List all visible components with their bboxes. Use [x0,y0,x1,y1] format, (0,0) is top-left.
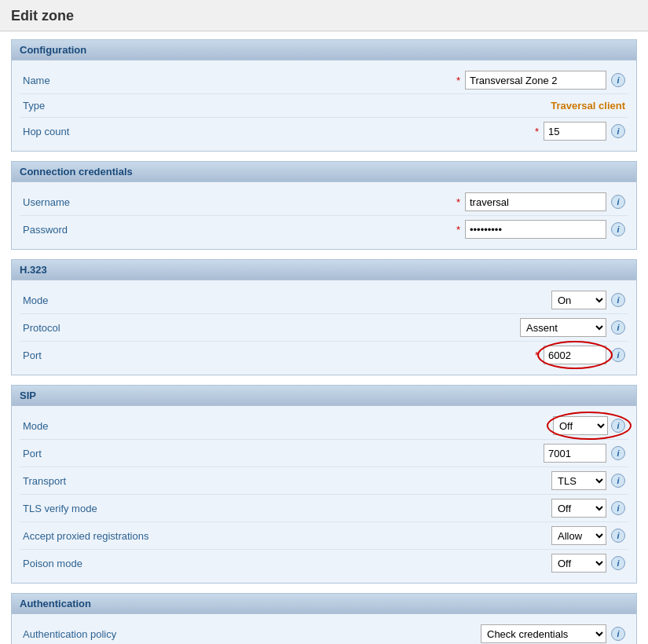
tls-verify-row: TLS verify mode Off On i [20,494,628,521]
name-label: Name [23,75,180,86]
poison-mode-row: Poison mode Off On i [20,549,628,576]
h323-port-row: Port * i [20,341,628,368]
h323-section: H.323 Mode On Off i Protocol Assent H460 [11,259,637,375]
sip-mode-row: Mode Off On i [20,412,628,439]
sip-port-input[interactable] [544,444,606,463]
h323-port-info-icon[interactable]: i [611,348,625,362]
hop-count-label: Hop count [23,126,180,137]
password-required: * [456,224,460,236]
type-row: Type Traversal client [20,93,628,117]
sip-header: SIP [12,386,636,406]
configuration-header: Configuration [12,40,636,60]
tls-verify-info-icon[interactable]: i [611,501,625,515]
sip-mode-label: Mode [23,420,180,432]
auth-policy-row: Authentication policy Check credentials … [20,620,628,644]
password-input[interactable] [465,220,606,239]
name-required: * [456,75,460,86]
password-label: Password [23,224,180,236]
hop-count-required: * [535,126,539,137]
password-info-icon[interactable]: i [611,222,625,236]
username-input[interactable] [465,192,606,211]
name-input[interactable] [465,71,606,90]
h323-protocol-row: Protocol Assent H460.18 i [20,313,628,341]
authentication-section: Authentication Authentication policy Che… [11,593,637,644]
sip-mode-info-icon[interactable]: i [611,419,625,433]
type-value: Traversal client [551,100,625,112]
username-label: Username [23,196,180,208]
accept-proxied-info-icon[interactable]: i [611,529,625,543]
configuration-section: Configuration Name * i Type Traversal cl… [11,39,637,152]
name-info-icon[interactable]: i [611,73,625,87]
sip-port-label: Port [23,448,180,459]
authentication-header: Authentication [12,594,636,614]
sip-section: SIP Mode Off On i Port [11,385,637,584]
auth-policy-label: Authentication policy [23,628,180,640]
h323-mode-row: Mode On Off i [20,287,628,313]
sip-transport-select[interactable]: TLS TCP UDP [551,471,606,490]
poison-mode-select[interactable]: Off On [551,554,606,573]
hop-count-row: Hop count * i [20,117,628,145]
accept-proxied-select[interactable]: Allow Deny [551,526,606,545]
h323-port-required: * [535,349,539,361]
sip-transport-row: Transport TLS TCP UDP i [20,467,628,494]
h323-protocol-info-icon[interactable]: i [611,320,625,335]
tls-verify-label: TLS verify mode [23,503,180,514]
accept-proxied-label: Accept proxied registrations [23,530,180,542]
connection-credentials-section: Connection credentials Username * i Pass… [11,161,637,250]
name-row: Name * i [20,67,628,93]
h323-port-highlight [544,346,606,364]
sip-transport-label: Transport [23,475,180,487]
h323-port-label: Port [23,349,180,361]
sip-port-row: Port i [20,439,628,467]
h323-mode-label: Mode [23,295,180,306]
connection-credentials-header: Connection credentials [12,162,636,182]
sip-mode-select[interactable]: Off On [553,416,608,435]
username-row: Username * i [20,188,628,215]
h323-protocol-select[interactable]: Assent H460.18 [520,318,606,337]
tls-verify-select[interactable]: Off On [551,499,606,518]
password-row: Password * i [20,215,628,243]
poison-mode-label: Poison mode [23,558,180,569]
sip-transport-info-icon[interactable]: i [611,474,625,488]
h323-mode-info-icon[interactable]: i [611,293,625,307]
auth-policy-select[interactable]: Check credentials Do not check Treat as … [481,624,606,643]
username-info-icon[interactable]: i [611,195,625,209]
type-label: Type [23,100,180,112]
h323-protocol-label: Protocol [23,322,180,334]
sip-port-info-icon[interactable]: i [611,446,625,460]
accept-proxied-row: Accept proxied registrations Allow Deny … [20,521,628,549]
username-required: * [456,196,460,208]
sip-mode-highlight: Off On i [553,416,625,435]
poison-mode-info-icon[interactable]: i [611,556,625,570]
h323-port-input[interactable] [544,346,606,364]
hop-count-input[interactable] [544,122,606,141]
auth-policy-info-icon[interactable]: i [611,627,625,641]
h323-header: H.323 [12,260,636,280]
hop-count-info-icon[interactable]: i [611,124,625,138]
page-title: Edit zone [0,0,648,31]
h323-mode-select[interactable]: On Off [551,291,606,309]
